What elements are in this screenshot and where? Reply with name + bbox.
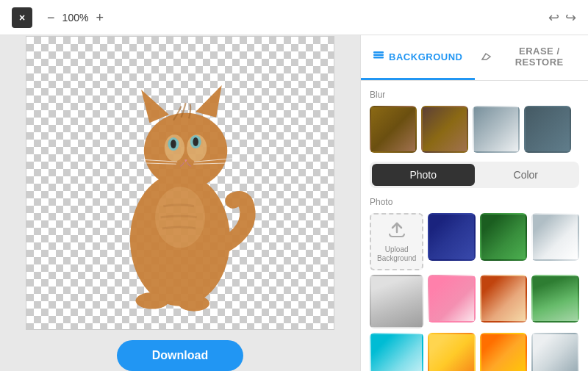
canvas-area: Download [0, 35, 360, 371]
photo-thumb-6[interactable] [480, 275, 528, 323]
canvas-wrapper [26, 36, 334, 330]
zoom-controls: − 100% + [47, 11, 104, 24]
blur-thumbnails [370, 106, 579, 153]
photo-thumb-11[interactable] [531, 333, 579, 371]
close-button[interactable]: × [12, 7, 32, 28]
undo-button[interactable]: ↩ [548, 10, 559, 26]
upload-label: Upload Background [377, 245, 416, 263]
tab-background-label: BACKGROUND [389, 51, 462, 62]
toggle-color-button[interactable]: Color [475, 164, 578, 186]
upload-icon [387, 220, 407, 242]
svg-point-1 [144, 113, 227, 189]
blur-thumb-1[interactable] [370, 106, 417, 153]
photo-section-label: Photo [370, 197, 579, 207]
redo-button[interactable]: ↪ [565, 10, 576, 26]
tab-erase-label: ERASE / RESTORE [497, 46, 583, 68]
photo-thumb-7[interactable] [531, 275, 579, 323]
photo-thumb-4[interactable] [370, 275, 423, 328]
photo-thumb-9[interactable] [428, 333, 476, 371]
eraser-icon [481, 50, 492, 64]
blur-thumb-2[interactable] [421, 106, 468, 153]
photo-thumb-3[interactable] [531, 213, 579, 261]
svg-point-8 [171, 140, 176, 148]
undo-redo-controls: ↩ ↪ [548, 10, 576, 26]
svg-rect-20 [373, 54, 384, 56]
zoom-in-button[interactable]: + [96, 11, 104, 24]
photo-thumb-2[interactable] [480, 213, 528, 261]
svg-marker-2 [141, 90, 169, 123]
zoom-value: 100% [61, 12, 90, 24]
photo-thumb-10[interactable] [480, 333, 528, 371]
tab-erase[interactable]: ERASE / RESTORE [475, 35, 589, 80]
photo-thumb-1[interactable] [428, 213, 476, 261]
panel-tabs: BACKGROUND ERASE / RESTORE [361, 35, 588, 81]
svg-point-16 [136, 292, 169, 309]
close-icon: × [19, 12, 25, 24]
photo-color-toggle: Photo Color [370, 162, 579, 188]
zoom-out-button[interactable]: − [47, 11, 55, 24]
right-panel: BACKGROUND ERASE / RESTORE Blur [360, 35, 588, 371]
download-button[interactable]: Download [117, 340, 243, 371]
blur-section-label: Blur [370, 90, 579, 100]
layers-icon [373, 50, 384, 64]
toggle-photo-button[interactable]: Photo [372, 164, 475, 186]
svg-rect-21 [373, 51, 384, 54]
blur-thumb-4[interactable] [524, 106, 571, 153]
svg-marker-3 [196, 85, 222, 118]
photo-thumb-5[interactable] [428, 275, 476, 323]
main-content: Download BACKGROUND [0, 35, 588, 371]
tab-background[interactable]: BACKGROUND [361, 35, 475, 80]
blur-thumb-3[interactable] [473, 106, 520, 153]
panel-content: Blur Photo Color Photo [361, 81, 588, 371]
svg-point-17 [179, 296, 209, 311]
svg-point-9 [193, 137, 198, 146]
photo-thumb-8[interactable] [370, 333, 423, 371]
photo-grid: Upload Background [370, 213, 579, 371]
upload-background-button[interactable]: Upload Background [370, 213, 423, 270]
svg-point-18 [155, 187, 205, 248]
toolbar: × − 100% + ↩ ↪ [0, 0, 588, 35]
cat-image [97, 51, 264, 328]
svg-rect-19 [373, 57, 384, 59]
